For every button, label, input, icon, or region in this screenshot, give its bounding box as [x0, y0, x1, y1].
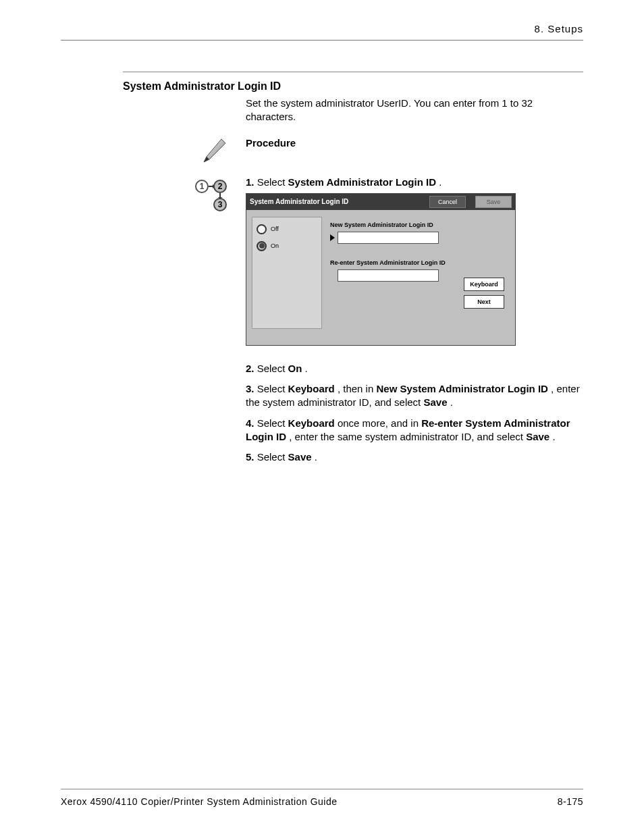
step-4-bold-a: Keyboard: [288, 417, 335, 429]
steps-123-icon: 1 2 3: [194, 177, 230, 215]
step-3: 3. Select Keyboard , then in New System …: [246, 382, 583, 410]
reenter-id-field[interactable]: [338, 269, 439, 282]
step-4-text-c: , enter the same system administrator ID…: [289, 431, 526, 442]
radio-off-icon: [257, 224, 267, 234]
radio-on-icon: [257, 241, 267, 251]
chapter-heading: 8. Setups: [61, 23, 583, 34]
svg-text:2: 2: [218, 182, 223, 191]
step-2-bold: On: [288, 363, 302, 374]
step-1: 1. Select System Administrator Login ID …: [246, 176, 583, 189]
step-3-text-b: , then in: [338, 383, 377, 394]
step-5-bold: Save: [288, 451, 312, 463]
on-option[interactable]: On: [257, 241, 317, 251]
step-5-text-a: Select: [257, 451, 288, 463]
triangle-icon: [330, 234, 335, 241]
next-button[interactable]: Next: [464, 295, 504, 309]
step-4-text-a: Select: [257, 417, 288, 429]
step-4-prefix: 4.: [246, 417, 254, 429]
off-label: Off: [271, 225, 279, 233]
step-4-bold-c: Save: [526, 431, 549, 442]
step-4: 4. Select Keyboard once more, and in Re-…: [246, 417, 583, 444]
step-3-bold-c: Save: [423, 396, 447, 408]
step-3-text-d: .: [450, 396, 453, 408]
off-option[interactable]: Off: [257, 224, 317, 234]
step-1-prefix: 1.: [246, 176, 254, 188]
section-title: System Administrator Login ID: [123, 80, 583, 93]
header-rule: [61, 40, 583, 41]
cancel-button[interactable]: Cancel: [429, 196, 466, 208]
section-rule: [123, 72, 583, 72]
step-2-prefix: 2.: [246, 363, 254, 374]
pencil-icon: [200, 136, 230, 169]
dialog-title: System Administrator Login ID: [250, 197, 348, 207]
dialog-left-panel: Off On: [252, 217, 322, 329]
dialog-screenshot: System Administrator Login ID Cancel Sav…: [246, 193, 516, 346]
dialog-right-panel: New System Administrator Login ID Re-ent…: [322, 217, 510, 329]
step-1-text-a: Select: [257, 176, 288, 188]
step-1-bold: System Administrator Login ID: [288, 176, 436, 188]
dialog-titlebar: System Administrator Login ID Cancel Sav…: [246, 194, 515, 210]
step-4-text-b: once more, and in: [338, 417, 421, 429]
step-3-bold-b: New System Administrator Login ID: [376, 383, 547, 394]
step-5: 5. Select Save .: [246, 450, 583, 464]
reenter-id-label: Re-enter System Administrator Login ID: [330, 259, 502, 267]
procedure-label: Procedure: [246, 137, 296, 149]
on-label: On: [271, 242, 279, 250]
step-5-prefix: 5.: [246, 451, 254, 463]
step-2-text-b: .: [305, 363, 308, 374]
footer-left: Xerox 4590/4110 Copier/Printer System Ad…: [61, 796, 338, 807]
svg-text:1: 1: [200, 182, 205, 191]
new-id-label: New System Administrator Login ID: [330, 221, 502, 229]
page-number: 8-175: [558, 796, 583, 807]
step-2: 2. Select On .: [246, 362, 583, 375]
section-intro: Set the system administrator UserID. You…: [246, 97, 583, 124]
page-footer: Xerox 4590/4110 Copier/Printer System Ad…: [61, 789, 583, 807]
step-3-text-a: Select: [257, 383, 288, 394]
step-3-prefix: 3.: [246, 383, 254, 394]
svg-text:3: 3: [218, 200, 223, 209]
footer-rule: [61, 789, 583, 789]
step-5-text-b: .: [315, 451, 317, 463]
keyboard-button[interactable]: Keyboard: [464, 278, 504, 291]
save-button[interactable]: Save: [475, 196, 512, 208]
step-4-text-d: .: [552, 431, 555, 442]
step-1-text-b: .: [439, 176, 441, 188]
step-2-text-a: Select: [257, 363, 288, 374]
new-id-field[interactable]: [338, 232, 439, 244]
step-3-bold-a: Keyboard: [288, 383, 335, 394]
